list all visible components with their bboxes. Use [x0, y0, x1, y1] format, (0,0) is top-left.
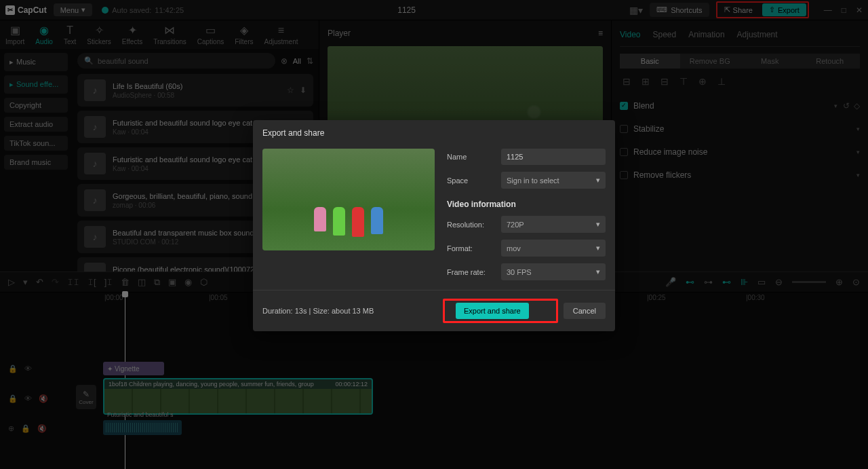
align-right-icon[interactable]: ⊟ [658, 75, 671, 88]
zoom-out-icon[interactable]: ⊖ [775, 277, 783, 287]
tool-icon[interactable]: ◫ [138, 277, 146, 287]
clear-search-icon[interactable]: ⊗ [281, 56, 288, 66]
export-info: Duration: 13s | Size: about 13 MB [262, 307, 374, 315]
redo-icon[interactable]: ↷ [52, 277, 59, 287]
tab-effects[interactable]: ✦Effects [122, 24, 142, 45]
undo-icon[interactable]: ↶ [36, 277, 43, 287]
lock-icon[interactable]: 🔒 [21, 424, 31, 433]
audio-item[interactable]: ♪ Life Is Beautiful (60s)AudioSphere · 0… [77, 74, 313, 107]
sidebar-item-extract-audio[interactable]: Extract audio [4, 117, 68, 132]
chevron-down-icon[interactable]: ▾ [834, 102, 837, 109]
pointer-tool-icon[interactable]: ▷ [8, 277, 15, 287]
tab-text[interactable]: TText [64, 24, 76, 45]
favorite-icon[interactable]: ☆ [287, 86, 294, 95]
align-bottom-icon[interactable]: ⊥ [715, 75, 728, 88]
minimize-icon[interactable]: ― [824, 5, 832, 15]
subtab-basic[interactable]: Basic [620, 54, 680, 69]
split-right-icon[interactable]: ]𝙸 [104, 277, 113, 288]
cancel-button[interactable]: Cancel [564, 303, 606, 319]
subtab-remove-bg[interactable]: Remove BG [680, 54, 741, 69]
name-input[interactable] [501, 149, 606, 165]
layout-icon[interactable]: ▦▾ [629, 5, 643, 16]
sidebar-item-tiktok[interactable]: TikTok soun... [4, 136, 68, 151]
toggle-icon[interactable]: ⊕ [8, 424, 14, 433]
reverse-icon[interactable]: ◉ [184, 277, 192, 287]
close-icon[interactable]: ✕ [856, 5, 863, 15]
shortcuts-button[interactable]: ⌨ Shortcuts [650, 3, 709, 17]
sort-icon[interactable]: ⇅ [307, 56, 313, 66]
tab-stickers[interactable]: ✧Stickers [87, 24, 111, 45]
chevron-down-icon[interactable]: ▾ [856, 149, 860, 155]
effect-clip[interactable]: ✦ Vignette [103, 362, 164, 375]
mute-icon[interactable]: 🔇 [39, 394, 48, 403]
subtab-retouch[interactable]: Retouch [800, 54, 861, 69]
space-select[interactable]: Sign in to select ▾ [501, 172, 606, 189]
chevron-down-icon[interactable]: ▾ [856, 172, 860, 179]
keyframe-icon[interactable]: ◇ [854, 101, 860, 111]
magnet-icon[interactable]: ⊶ [704, 277, 713, 287]
delete-icon[interactable]: 🗑 [121, 277, 130, 287]
chevron-down-icon[interactable]: ▾ [856, 126, 860, 132]
tab-animation[interactable]: Animation [688, 30, 724, 39]
sidebar-item-music[interactable]: ▸Music [4, 53, 68, 71]
menu-button[interactable]: Menu ▾ [54, 3, 93, 16]
stickers-icon: ✧ [95, 24, 104, 37]
link-icon[interactable]: ⊷ [722, 277, 731, 287]
download-icon[interactable]: ⬇ [300, 86, 307, 95]
lock-icon[interactable]: 🔒 [8, 364, 18, 373]
cover-button[interactable]: Cover [79, 399, 93, 405]
reset-icon[interactable]: ↺ [843, 101, 850, 111]
tab-video[interactable]: Video [620, 30, 640, 39]
tab-speed[interactable]: Speed [652, 30, 676, 39]
subtab-mask[interactable]: Mask [740, 54, 800, 69]
tab-adjustment[interactable]: ≡Adjustment [264, 24, 298, 45]
export-and-share-button[interactable]: Export and share [456, 303, 529, 319]
share-button[interactable]: ⇱ Share [719, 3, 758, 16]
tab-adjustment-right[interactable]: Adjustment [737, 30, 778, 39]
align-top-icon[interactable]: ⊤ [677, 75, 690, 88]
crop-icon[interactable]: ▣ [168, 277, 176, 287]
tab-captions[interactable]: ▭Captions [197, 24, 224, 45]
sidebar-item-brand[interactable]: Brand music [4, 155, 68, 170]
align-left-icon[interactable]: ⊟ [620, 75, 633, 88]
tab-audio[interactable]: ◉Audio [35, 24, 53, 45]
toggle-main-icon[interactable]: ⊷ [686, 277, 694, 287]
zoom-in-icon[interactable]: ⊕ [835, 277, 843, 287]
player-menu-icon[interactable]: ≡ [598, 29, 603, 38]
eye-icon[interactable]: 👁 [24, 364, 32, 373]
reduce-noise-checkbox[interactable] [620, 148, 628, 156]
audio-clip[interactable]: Futuristic and beautiful s [103, 420, 182, 435]
align-center-h-icon[interactable]: ⊞ [639, 75, 652, 88]
framerate-select[interactable]: 30 FPS ▾ [501, 263, 606, 280]
remove-flickers-checkbox[interactable] [620, 171, 628, 179]
eye-icon[interactable]: 👁 [24, 394, 32, 402]
stabilize-checkbox[interactable] [620, 125, 628, 133]
split-left-icon[interactable]: 𝙸[ [87, 277, 96, 288]
maximize-icon[interactable]: □ [842, 5, 846, 15]
split-icon[interactable]: 𝙸𝙸 [67, 277, 79, 288]
framerate-label: Frame rate: [447, 268, 494, 276]
tool-icon-2[interactable]: ▭ [757, 277, 766, 287]
preview-icon[interactable]: ⊪ [741, 277, 748, 287]
format-select[interactable]: mov ▾ [501, 240, 606, 257]
freeze-icon[interactable]: ⬡ [200, 277, 208, 287]
sidebar-item-sound-effects[interactable]: ▸Sound effe... [4, 75, 68, 94]
filter-all[interactable]: All [293, 57, 301, 65]
mirror-icon[interactable]: ⧉ [154, 277, 160, 288]
video-clip[interactable]: 1bof18 Children playing, dancing, young … [103, 378, 373, 415]
fit-icon[interactable]: ⊙ [852, 277, 860, 287]
tab-import[interactable]: ▣Import [5, 24, 24, 45]
resolution-select[interactable]: 720P ▾ [501, 216, 606, 233]
cover-edit-icon[interactable]: ✎ [83, 390, 90, 399]
tab-transitions[interactable]: ⋈Transitions [153, 24, 186, 45]
tab-filters[interactable]: ◈Filters [235, 24, 253, 45]
tool-chevron-icon[interactable]: ▾ [23, 277, 28, 287]
mic-icon[interactable]: 🎤 [665, 277, 676, 287]
search-input[interactable]: 🔍 beautiful sound [77, 53, 275, 69]
blend-checkbox[interactable] [620, 102, 628, 110]
align-center-v-icon[interactable]: ⊕ [696, 75, 709, 88]
sidebar-item-copyright[interactable]: Copyright [4, 98, 68, 113]
mute-icon[interactable]: 🔇 [37, 424, 47, 433]
export-button[interactable]: ⇧ Export [762, 3, 806, 16]
lock-icon[interactable]: 🔒 [8, 394, 18, 403]
